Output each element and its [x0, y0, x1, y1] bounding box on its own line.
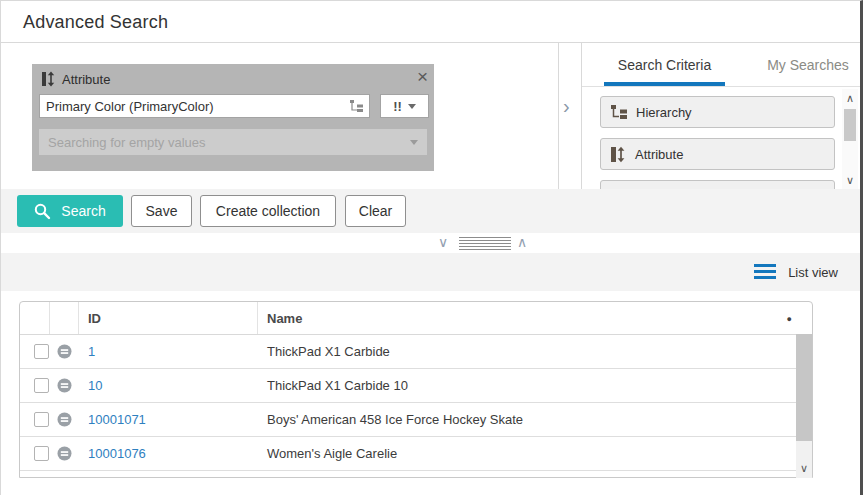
criteria-input-row: Primary Color (PrimaryColor) !!	[32, 94, 434, 118]
scroll-down-icon[interactable]: ∨	[796, 462, 812, 475]
header-name-label: Name	[267, 311, 302, 326]
criteria-button-partial[interactable]	[600, 180, 835, 189]
tab-my-searches[interactable]: My Searches	[765, 43, 851, 86]
chevron-right-icon[interactable]: ›	[563, 95, 570, 118]
header-name[interactable]: Name ●	[258, 302, 812, 334]
hierarchy-icon[interactable]	[350, 100, 363, 113]
list-view-label[interactable]: List view	[788, 265, 838, 280]
criteria-button-attribute[interactable]: Attribute	[600, 138, 835, 170]
table-row[interactable]: 1 ThickPad X1 Carbide	[20, 335, 812, 369]
attribute-icon	[42, 71, 56, 87]
panel-splitter: ∨ ∧	[1, 233, 860, 253]
scroll-down-icon[interactable]: ∨	[842, 173, 858, 187]
search-toolbar: Search Save Create collection Clear	[1, 189, 860, 233]
value-dropdown-disabled[interactable]: Searching for empty values	[39, 129, 427, 155]
results-table: ID Name ● 1 ThickPad X1 Carbide 10 Thick…	[19, 301, 813, 478]
row-id-link[interactable]: 10	[88, 378, 102, 393]
entity-icon	[57, 344, 72, 359]
panel-gutter: ›	[560, 43, 581, 189]
attribute-icon	[611, 146, 626, 163]
list-view-icon[interactable]	[754, 264, 776, 279]
close-icon[interactable]: ×	[417, 66, 428, 88]
chevron-down-icon	[410, 140, 418, 145]
create-collection-button[interactable]: Create collection	[200, 195, 336, 227]
create-collection-label: Create collection	[216, 203, 320, 219]
entity-icon	[57, 378, 72, 393]
row-checkbox[interactable]	[34, 446, 49, 461]
results-area: ID Name ● 1 ThickPad X1 Carbide 10 Thick…	[1, 291, 860, 495]
row-name: Women's Aigle Carelie	[258, 446, 812, 461]
operator-dropdown-button[interactable]: !!	[380, 94, 429, 118]
table-header: ID Name ●	[20, 302, 812, 335]
criteria-panel: Attribute × Primary Color (PrimaryColor)	[1, 43, 559, 189]
sort-indicator-icon[interactable]: ●	[787, 314, 792, 324]
attribute-field-value: Primary Color (PrimaryColor)	[46, 99, 350, 114]
search-criteria-panel: Search Criteria My Searches Hierarchy	[581, 43, 860, 189]
value-placeholder: Searching for empty values	[48, 135, 410, 150]
splitter-grip[interactable]	[459, 237, 511, 250]
row-name: ThickPad X1 Carbide	[258, 344, 812, 359]
row-id-link[interactable]: 10001071	[88, 412, 146, 427]
operator-value: !!	[393, 99, 402, 114]
row-id-link[interactable]: 10001076	[88, 446, 146, 461]
table-row[interactable]: 10 ThickPad X1 Carbide 10	[20, 369, 812, 403]
tab-label: Search Criteria	[618, 57, 711, 73]
panel-scrollbar[interactable]: ∧ ∨	[842, 89, 858, 189]
row-checkbox[interactable]	[34, 378, 49, 393]
panel-tabs: Search Criteria My Searches	[582, 43, 860, 87]
clear-button-label: Clear	[359, 203, 392, 219]
page-header: Advanced Search	[1, 1, 860, 43]
save-button[interactable]: Save	[131, 195, 192, 227]
table-row[interactable]: 10001077 Children's Kelty Minnow	[20, 471, 812, 478]
row-name: ThickPad X1 Carbide 10	[258, 378, 812, 393]
scrollbar-thumb[interactable]	[796, 334, 812, 441]
results-scrollbar[interactable]: ∨	[796, 334, 812, 478]
scroll-up-icon[interactable]: ∧	[842, 91, 858, 105]
criteria-card-header: Attribute ×	[32, 64, 434, 94]
header-id[interactable]: ID	[79, 302, 258, 334]
chevron-down-icon	[408, 104, 416, 109]
entity-icon	[57, 412, 72, 427]
search-icon	[34, 203, 51, 220]
criteria-button-label: Attribute	[635, 147, 683, 162]
entity-icon	[57, 446, 72, 461]
criteria-type-label: Attribute	[62, 72, 110, 87]
view-options-band: List view	[1, 253, 860, 291]
search-button-label: Search	[61, 203, 105, 219]
scrollbar-thumb[interactable]	[844, 109, 856, 141]
attribute-criteria-card: Attribute × Primary Color (PrimaryColor)	[32, 64, 434, 171]
clear-button[interactable]: Clear	[345, 195, 406, 227]
collapse-down-icon[interactable]: ∨	[438, 234, 448, 250]
row-checkbox[interactable]	[34, 412, 49, 427]
header-type-column	[50, 302, 79, 334]
table-row[interactable]: 10001076 Women's Aigle Carelie	[20, 437, 812, 471]
header-select-column	[20, 302, 50, 334]
save-button-label: Save	[146, 203, 178, 219]
tab-label: My Searches	[767, 57, 849, 73]
row-name: Boys' American 458 Ice Force Hockey Skat…	[258, 412, 812, 427]
tab-search-criteria[interactable]: Search Criteria	[604, 43, 725, 86]
criteria-button-label: Hierarchy	[636, 105, 692, 120]
table-row[interactable]: 10001071 Boys' American 458 Ice Force Ho…	[20, 403, 812, 437]
attribute-field-input[interactable]: Primary Color (PrimaryColor)	[39, 94, 370, 118]
hierarchy-icon	[611, 104, 627, 120]
search-button[interactable]: Search	[17, 195, 123, 227]
page-title: Advanced Search	[23, 12, 168, 33]
row-id-link[interactable]: 1	[88, 344, 95, 359]
criteria-button-hierarchy[interactable]: Hierarchy	[600, 96, 835, 128]
active-tab-underline	[604, 82, 725, 86]
row-checkbox[interactable]	[34, 344, 49, 359]
collapse-up-icon[interactable]: ∧	[517, 234, 527, 250]
advanced-search-window: Advanced Search Attribute × Primary C	[0, 0, 863, 495]
